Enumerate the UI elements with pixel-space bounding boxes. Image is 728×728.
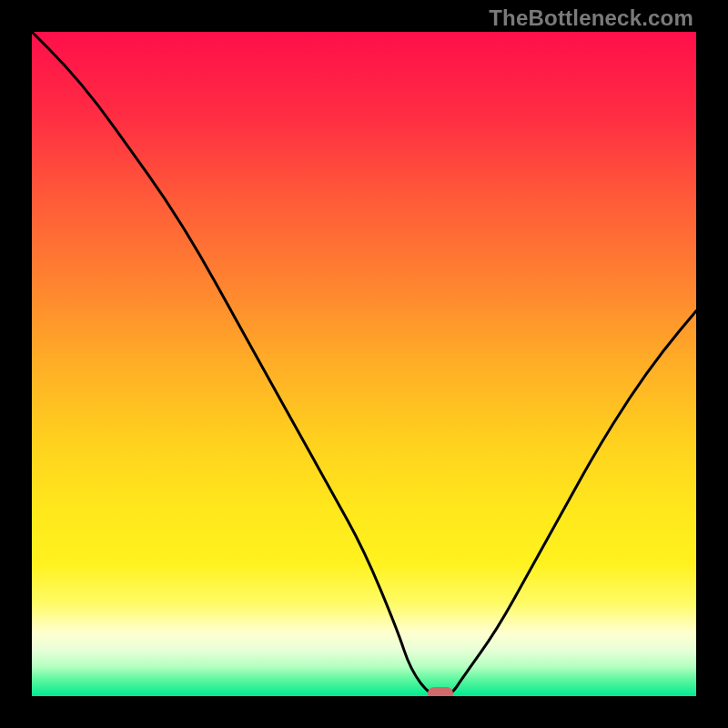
optimal-point-marker	[428, 687, 453, 696]
watermark-text: TheBottleneck.com	[489, 5, 693, 31]
chart-frame: TheBottleneck.com	[0, 0, 728, 728]
bottleneck-curve	[32, 32, 696, 696]
plot-area	[32, 32, 696, 696]
